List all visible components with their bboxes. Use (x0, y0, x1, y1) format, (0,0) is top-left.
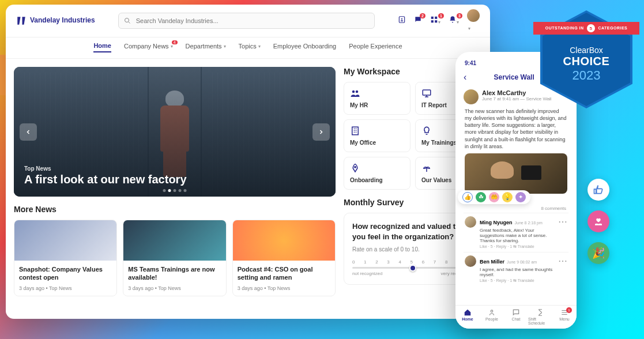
chevron-down-icon: ▾ (224, 44, 226, 49)
tick: 7 (434, 259, 436, 265)
float-thumbsup[interactable] (587, 179, 609, 201)
chat-icon (512, 308, 520, 317)
topbar-icons: 2 1▾ 3▾ ▾ (398, 9, 480, 32)
nav-people-experience[interactable]: People Experience (349, 42, 402, 52)
nav-company-news[interactable]: Company News▾4 (124, 42, 173, 52)
search-icon (124, 17, 131, 24)
search-box (118, 13, 375, 29)
nav-news-badge: 4 (172, 40, 178, 44)
main-body: Top News A first look at our new factory… (6, 59, 490, 319)
float-celebrate[interactable]: 🎉 (587, 242, 609, 264)
news-title: Snapshot: Company Values contest open (19, 265, 112, 282)
hand-reaction[interactable]: ☘ (476, 192, 486, 202)
post-image[interactable] (465, 153, 567, 194)
workspace-label: My Trainings (421, 140, 457, 146)
search-input[interactable] (118, 13, 375, 29)
workspace-tile-office[interactable]: My Office (344, 119, 410, 152)
tick: 4 (398, 259, 401, 265)
slider-thumb[interactable] (409, 265, 416, 272)
float-heart-hand[interactable] (587, 210, 609, 232)
comment-author[interactable]: Ming Nyugen (480, 220, 513, 225)
news-meta: 3 days ago • Top News (19, 285, 112, 291)
badge-year: 2023 (573, 68, 601, 83)
ribbon-right: CATEGORIES (598, 26, 627, 30)
svg-point-12 (491, 310, 493, 312)
hero-dot[interactable] (179, 189, 182, 192)
celebrate-reaction[interactable]: ✦ (515, 192, 526, 202)
tab-menu[interactable]: Menu1 (552, 308, 577, 325)
svg-point-11 (355, 167, 356, 168)
news-title: Podcast #4: CSO on goal setting and rame… (238, 265, 330, 282)
svg-point-0 (125, 18, 129, 22)
news-grid: Snapshot: Company Values contest open 3 … (14, 220, 336, 296)
hero-kicker: Top News (24, 165, 187, 172)
svg-rect-5 (431, 20, 434, 22)
svg-rect-4 (435, 17, 437, 19)
hourglass-icon (536, 308, 544, 317)
hero-prev-button[interactable] (20, 123, 37, 141)
monitor-icon (421, 88, 432, 99)
workspace-tile-onboarding[interactable]: Onboarding (344, 157, 410, 190)
bell-icon[interactable]: 3▾ (449, 16, 459, 26)
hero-next-button[interactable] (312, 123, 330, 141)
reactions-bar: 👍 ☘ 🤲 💡 ✦ (464, 190, 568, 204)
nav-departments[interactable]: Departments▾ (186, 42, 226, 52)
workspace-label: Onboarding (350, 177, 383, 183)
hero-dot[interactable] (184, 189, 187, 192)
tick: 6 (422, 259, 424, 265)
nav-onboarding[interactable]: Employee Onboarding (273, 42, 336, 52)
comment-actions[interactable]: Like · 5 · Reply · 1 ⇆ Translate (480, 278, 555, 283)
comment-text: Great feedback, Alex! Your suggestions m… (480, 228, 555, 243)
workspace-label: My HR (350, 102, 368, 108)
comment-author[interactable]: Ben Miller (480, 259, 504, 265)
news-card[interactable]: Snapshot: Company Values contest open 3 … (14, 220, 117, 296)
heart-hand-reaction[interactable]: 🤲 (489, 192, 499, 202)
nav-topics[interactable]: Topics▾ (239, 42, 261, 52)
tab-people[interactable]: People (480, 308, 504, 325)
feed-post: Alex McCarthy June 7 at 9:41 am — Servic… (461, 86, 571, 289)
chat-badge: 2 (420, 13, 425, 18)
nav-departments-label: Departments (186, 43, 222, 50)
desktop-app-window: Vandelay Industries 2 1▾ 3▾ ▾ Home Compa… (6, 5, 490, 319)
hero-dot-active[interactable] (168, 189, 171, 192)
brand-logo[interactable]: Vandelay Industries (16, 16, 95, 26)
svg-rect-6 (435, 20, 437, 22)
tab-shift[interactable]: Shift Schedule (528, 308, 552, 325)
tab-label: People (485, 317, 498, 321)
comments-count[interactable]: 8 comments (466, 206, 566, 211)
menu-badge: 1 (566, 307, 572, 313)
thumbsup-reaction[interactable]: 👍 (462, 192, 473, 202)
nav-home[interactable]: Home (93, 42, 111, 52)
chevron-down-icon: ▾ (171, 44, 173, 49)
news-thumbnail (123, 220, 225, 261)
tab-home[interactable]: Home (455, 308, 480, 325)
workspace-label: IT Report (421, 102, 447, 108)
chat-icon[interactable]: 2 (414, 16, 422, 26)
badge-choice: CHOICE (563, 55, 610, 68)
hero-pagination (163, 189, 187, 192)
workspace-label: Our Values (421, 177, 451, 183)
workspace-tile-hr[interactable]: My HR (344, 82, 410, 115)
comment-avatar[interactable] (465, 216, 476, 228)
post-avatar[interactable] (464, 89, 479, 104)
post-text: The new scanner has definitely improved … (465, 108, 567, 150)
tab-chat[interactable]: Chat (504, 308, 528, 325)
news-card[interactable]: MS Teams Trainings are now available! 3 … (123, 220, 226, 296)
hero-title: A first look at our new factory (24, 173, 187, 186)
news-card[interactable]: Podcast #4: CSO on goal setting and rame… (232, 220, 336, 296)
chevron-down-icon: ▾ (258, 44, 261, 49)
tick: 2 (375, 259, 378, 265)
bulb-reaction[interactable]: 💡 (502, 192, 513, 202)
more-icon[interactable]: ⋯ (558, 216, 567, 249)
hero-dot[interactable] (174, 189, 176, 192)
comment-text: I agree, and had the same thoughts mysel… (480, 267, 555, 277)
apps-icon[interactable]: 1▾ (430, 16, 440, 26)
contacts-icon[interactable] (398, 16, 406, 26)
user-menu[interactable]: ▾ (467, 9, 480, 32)
hero-dot[interactable] (163, 189, 166, 192)
comment-avatar[interactable] (465, 255, 476, 267)
news-meta: 3 days ago • Top News (238, 285, 330, 291)
hero-carousel[interactable]: Top News A first look at our new factory (14, 67, 336, 197)
comment-actions[interactable]: Like · 5 · Reply · 1 ⇆ Translate (480, 244, 555, 249)
more-icon[interactable]: ⋯ (558, 255, 567, 283)
